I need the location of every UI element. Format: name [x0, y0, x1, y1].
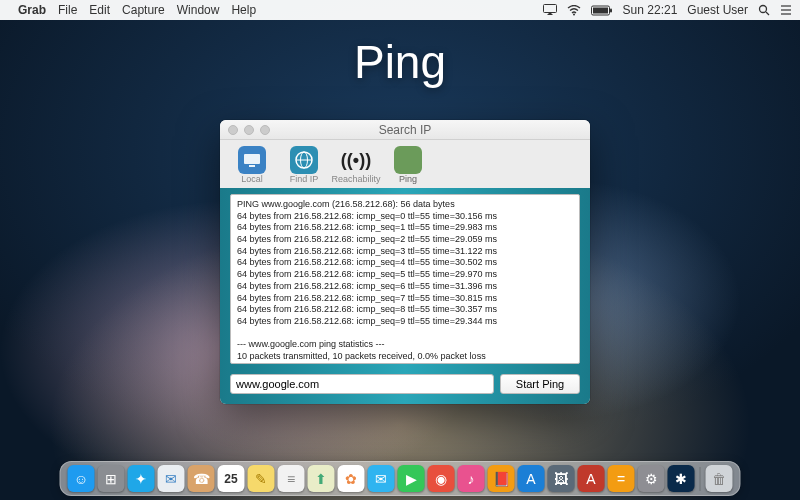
host-input[interactable] — [230, 374, 494, 394]
dock-maps[interactable]: ⬆ — [308, 465, 335, 492]
dock-facetime[interactable]: ▶ — [398, 465, 425, 492]
svg-rect-0 — [543, 5, 556, 13]
dock-mail[interactable]: ✉ — [158, 465, 185, 492]
tab-findip[interactable]: Find IP — [280, 144, 328, 186]
ping-output: PING www.google.com (216.58.212.68): 56 … — [230, 194, 580, 364]
menubar-appname[interactable]: Grab — [18, 3, 46, 17]
wifi-icon[interactable] — [567, 5, 581, 16]
dock-photobooth[interactable]: ◉ — [428, 465, 455, 492]
dock-safari[interactable]: ✦ — [128, 465, 155, 492]
spotlight-icon[interactable] — [758, 4, 770, 16]
dock-trash[interactable]: 🗑 — [706, 465, 733, 492]
window-title: Search IP — [220, 123, 590, 137]
svg-line-6 — [766, 12, 769, 15]
dock-calendar[interactable]: 25 — [218, 465, 245, 492]
menu-file[interactable]: File — [58, 3, 77, 17]
battery-icon[interactable] — [591, 5, 613, 16]
globe-icon — [290, 146, 318, 174]
dock-itunes[interactable]: ♪ — [458, 465, 485, 492]
dock-launchpad[interactable]: ⊞ — [98, 465, 125, 492]
svg-rect-4 — [593, 7, 608, 13]
tab-ping-label: Ping — [399, 174, 417, 184]
dock-systemprefs[interactable]: ⚙ — [638, 465, 665, 492]
window-titlebar[interactable]: Search IP — [220, 120, 590, 140]
svg-point-1 — [573, 13, 575, 15]
menu-window[interactable]: Window — [177, 3, 220, 17]
tab-ping[interactable]: Ping — [384, 144, 432, 186]
tab-findip-label: Find IP — [290, 174, 319, 184]
dock-reminders[interactable]: ≡ — [278, 465, 305, 492]
dock-calculator[interactable]: = — [608, 465, 635, 492]
svg-rect-11 — [249, 165, 255, 167]
menubar: Grab File Edit Capture Window Help Sun 2… — [0, 0, 800, 20]
start-ping-button[interactable]: Start Ping — [500, 374, 580, 394]
ping-icon — [394, 146, 422, 174]
menubar-user[interactable]: Guest User — [687, 3, 748, 17]
dock-separator — [700, 467, 701, 491]
menu-edit[interactable]: Edit — [89, 3, 110, 17]
dock-contacts[interactable]: ☎ — [188, 465, 215, 492]
dock-ibooks[interactable]: 📕 — [488, 465, 515, 492]
dock-appstore[interactable]: A — [518, 465, 545, 492]
dock-photos[interactable]: ✿ — [338, 465, 365, 492]
dock-messages[interactable]: ✉ — [368, 465, 395, 492]
dock-dictionary[interactable]: A — [578, 465, 605, 492]
signal-icon: ((•)) — [342, 146, 370, 174]
tab-reachability-label: Reachability — [331, 174, 380, 184]
menu-help[interactable]: Help — [231, 3, 256, 17]
overlay-title: Ping — [0, 35, 800, 89]
tab-local[interactable]: Local — [228, 144, 276, 186]
monitor-icon — [238, 146, 266, 174]
svg-rect-10 — [244, 154, 260, 164]
menubar-clock[interactable]: Sun 22:21 — [623, 3, 678, 17]
tab-reachability[interactable]: ((•)) Reachability — [332, 144, 380, 186]
dock-notes[interactable]: ✎ — [248, 465, 275, 492]
dock: ☺⊞✦✉☎25✎≡⬆✿✉▶◉♪📕A🖼A=⚙✱🗑 — [60, 461, 741, 496]
svg-point-5 — [760, 6, 767, 13]
airplay-icon[interactable] — [543, 4, 557, 16]
dock-preview[interactable]: 🖼 — [548, 465, 575, 492]
notification-center-icon[interactable] — [780, 4, 792, 16]
app-window: Search IP Local Find IP ((•)) Reachabili… — [220, 120, 590, 404]
tab-local-label: Local — [241, 174, 263, 184]
svg-rect-3 — [610, 8, 612, 12]
dock-finder[interactable]: ☺ — [68, 465, 95, 492]
menu-capture[interactable]: Capture — [122, 3, 165, 17]
toolbar: Local Find IP ((•)) Reachability Ping — [220, 140, 590, 188]
dock-network-utility[interactable]: ✱ — [668, 465, 695, 492]
